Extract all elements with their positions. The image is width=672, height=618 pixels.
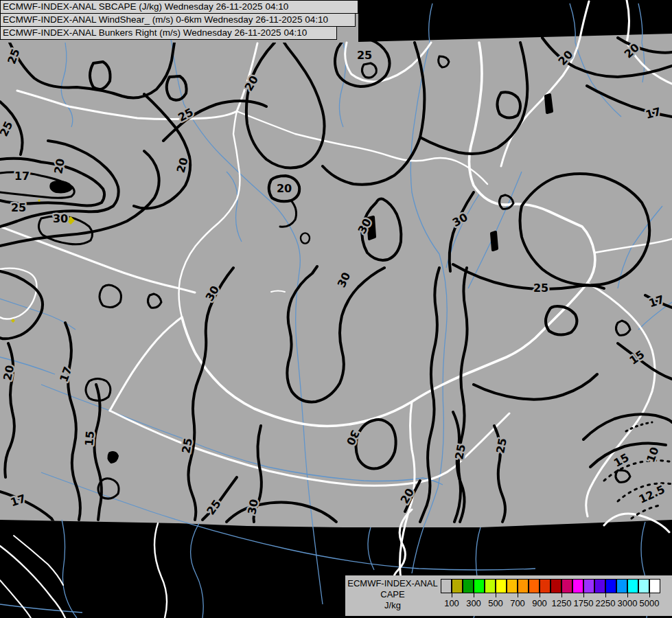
legend-tick	[540, 593, 540, 597]
legend-tick-label: 1250	[552, 598, 572, 608]
weather-map-page: 2525172025302520202520302020173020171530…	[0, 0, 672, 618]
contour-label: 10	[644, 445, 661, 464]
legend-color-cell	[452, 579, 463, 593]
contour-label: 30	[53, 212, 68, 225]
contour-label: 25	[533, 282, 548, 295]
legend-tick	[583, 593, 584, 597]
legend-color-cell	[572, 579, 583, 593]
contour-label: 20	[1, 364, 16, 382]
legend-color-cell	[529, 579, 540, 593]
contour-label: 20	[277, 182, 292, 195]
contour-label: 20	[174, 156, 191, 174]
legend-tick	[474, 593, 474, 597]
legend-text: ECMWF-INDEX-ANAL CAPE J/kg	[345, 578, 440, 611]
contour-label: 17	[14, 170, 30, 183]
legend-color-cell	[616, 579, 627, 593]
legend-tick	[627, 593, 628, 597]
legend-tick-label: 500	[488, 598, 503, 608]
title-bar-bunkers: ECMWF-INDEX-ANAL Bunkers Right (m/s) Wed…	[0, 26, 337, 40]
legend-tick-label: 5000	[640, 598, 660, 608]
legend-color-cell	[627, 579, 638, 593]
contour-label: 20	[51, 157, 67, 174]
legend-tick	[649, 593, 650, 597]
legend-tick	[496, 593, 496, 597]
legend-tick	[605, 593, 606, 597]
legend-tick-label: 2250	[596, 598, 616, 608]
legend-color-cell	[463, 579, 474, 593]
legend-color-cell	[583, 579, 594, 593]
contour-label: 25	[11, 201, 26, 214]
legend-field-label: CAPE	[345, 589, 440, 600]
legend-color-cell	[441, 579, 452, 593]
contour-label: 25	[494, 437, 509, 454]
legend-color-cell	[474, 579, 485, 593]
title-bar-sbcape: ECMWF-INDEX-ANAL SBCAPE (J/kg) Wednesday…	[0, 0, 358, 14]
contour-label: 15	[612, 450, 632, 470]
contour-label: 25	[452, 443, 468, 460]
legend-tick-label: 3000	[618, 598, 638, 608]
cape-legend: ECMWF-INDEX-ANAL CAPE J/kg 1003005007009…	[345, 575, 672, 616]
legend-color-cell	[518, 579, 529, 593]
legend-color-cell	[605, 579, 616, 593]
legend-color-cell	[540, 579, 551, 593]
legend-color-cell	[507, 579, 518, 593]
legend-color-cell	[649, 579, 660, 593]
legend-tick	[452, 593, 452, 597]
legend-color-cell	[561, 579, 572, 593]
contour-label: 25	[179, 437, 195, 454]
legend-tick-label: 1750	[574, 598, 594, 608]
legend-color-cell	[638, 579, 649, 593]
contour-label: 30	[245, 498, 261, 515]
legend-tick	[561, 593, 562, 597]
contour-label: 17	[647, 293, 666, 310]
legend-unit-label: J/kg	[345, 600, 440, 611]
contour-label: 25	[0, 119, 15, 139]
legend-tick-label: 900	[532, 598, 547, 608]
legend-tick-label: 100	[444, 598, 459, 608]
legend-color-cell	[594, 579, 605, 593]
contour-label: 25	[357, 49, 372, 62]
contour-label: 25	[176, 106, 196, 124]
legend-color-cell	[485, 579, 496, 593]
contour-label: 20	[622, 41, 642, 60]
legend-tick-label: 300	[466, 598, 481, 608]
contour-label: 17	[57, 365, 74, 383]
contour-label: 15	[82, 431, 97, 447]
cape-spot	[38, 199, 40, 202]
map-canvas: 2525172025302520202520302020173020171530…	[0, 0, 672, 618]
contour-label: 30	[335, 271, 354, 290]
legend-tick	[518, 593, 518, 597]
legend-tick-label: 700	[510, 598, 525, 608]
legend-color-cell	[496, 579, 507, 593]
contour-lines	[0, 38, 672, 522]
contour-label: 17	[644, 105, 662, 122]
legend-model-label: ECMWF-INDEX-ANAL	[345, 578, 440, 589]
legend-color-cell	[551, 579, 561, 593]
title-bar-windshear: ECMWF-INDEX-ANAL WindShear_ (m/s) 0-6km …	[0, 13, 356, 27]
contour-label: 30	[450, 210, 470, 229]
